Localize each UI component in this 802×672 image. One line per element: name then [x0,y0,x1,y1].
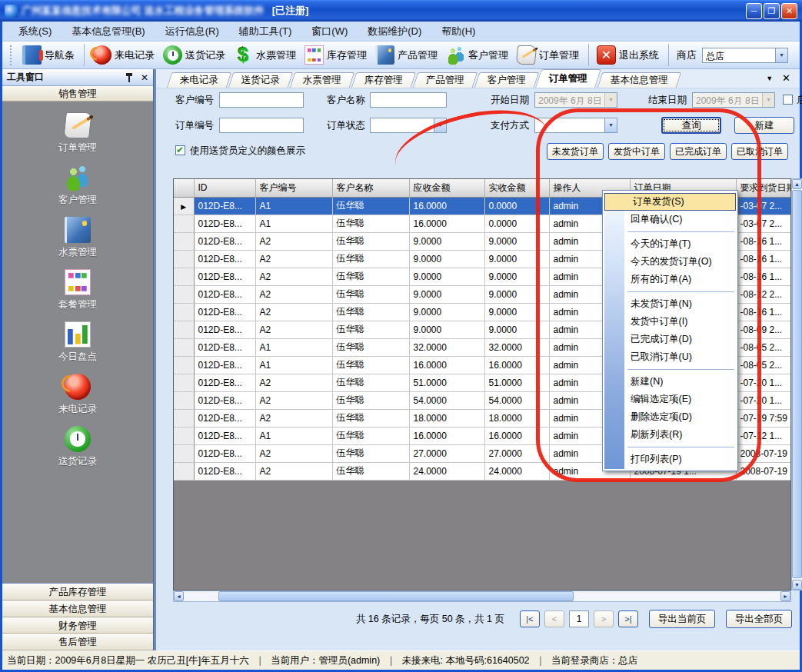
menubar-item[interactable]: 数据维护(D) [358,22,431,41]
tab[interactable]: 水票管理 [290,72,354,88]
page-number-input[interactable] [569,610,589,627]
sidebar-item[interactable]: 来电记录 [2,374,153,416]
row-selector[interactable] [174,197,194,215]
navbar-icon [22,45,42,65]
export-all-pages-button[interactable]: 导出全部页 [726,610,792,628]
row-selector[interactable] [174,374,194,391]
sidebar-item[interactable]: 套餐管理 [2,269,153,311]
menubar-item[interactable]: 辅助工具(T) [229,22,302,41]
row-selector[interactable] [174,232,194,250]
order-no-input[interactable] [219,118,304,133]
grid-column-header[interactable]: ID [194,179,255,197]
row-selector[interactable] [174,215,194,232]
toolbar-grip[interactable] [10,45,13,65]
enable-checkbox[interactable] [783,95,793,105]
sidebar-section-bar[interactable]: 售后管理 [2,634,153,650]
toolbar-button[interactable]: 导航条 [19,44,85,66]
sidebar-section-sales[interactable]: 销售管理 [2,86,153,101]
tab-label: 水票管理 [303,74,341,87]
row-selector[interactable] [174,391,194,409]
chevron-down-icon[interactable]: ▼ [762,93,774,107]
color-display-checkbox[interactable] [175,145,185,155]
sidebar-section-bar[interactable]: 财务管理 [2,617,153,634]
toolbar-button[interactable]: 来电记录 [89,44,160,66]
horizontal-scroll-thumb[interactable] [218,591,574,601]
row-selector[interactable] [174,250,194,268]
toolbar-button[interactable]: 订单管理 [514,44,589,66]
menubar-item[interactable]: 窗口(W) [301,22,358,41]
sidebar-close-icon[interactable]: ✕ [141,73,148,82]
row-selector[interactable] [174,285,194,303]
scroll-down-icon[interactable]: ▼ [792,580,802,590]
grid-icon [65,269,91,295]
horizontal-scrollbar[interactable]: ◄ ► [173,590,791,602]
row-selector[interactable] [174,338,194,356]
tab[interactable]: 来电记录 [167,72,231,88]
toolbar-button[interactable]: 产品管理 [372,44,443,66]
minimize-button[interactable]: ─ [746,3,762,19]
prev-page-button[interactable]: < [544,610,564,627]
cell-customer-name: 伍华聪 [332,391,409,409]
cell-id: 012D-E8... [194,303,255,321]
cell-id: 012D-E8... [194,444,255,462]
row-selector[interactable] [174,303,194,321]
cell-id: 012D-E8... [194,250,255,268]
sidebar-section-bar[interactable]: 产品库存管理 [2,584,153,600]
tab[interactable]: 库存管理 [351,72,416,88]
shop-combobox[interactable]: 总店 ▼ [702,48,788,63]
tab[interactable]: 客户管理 [474,72,539,88]
grid-column-header[interactable]: 客户编号 [255,179,332,197]
scroll-right-icon[interactable]: ► [780,591,790,601]
menubar-item[interactable]: 系统(S) [8,22,62,41]
last-page-button[interactable]: >| [618,610,638,627]
toolbar-button[interactable]: 水票管理 [231,44,301,66]
sidebar-item-label: 水票管理 [2,246,153,259]
chevron-down-icon[interactable]: ▼ [775,48,787,62]
toolbar-button[interactable]: 退出系统 [594,44,669,66]
sidebar-item[interactable]: 送货记录 [2,426,153,468]
toolbar-button[interactable]: 库存管理 [301,44,372,66]
status-segment: 当前日期：2009年6月8日星期一 农历己丑[牛]年五月十六 [7,654,249,667]
chevron-down-icon[interactable]: ▼ [604,93,617,107]
sidebar-item[interactable]: 今日盘点 [2,321,153,364]
sidebar-section-bar[interactable]: 基本信息管理 [2,600,153,617]
tab[interactable]: 订单管理 [535,69,601,88]
sidebar-item[interactable]: 订单管理 [2,112,153,155]
scroll-left-icon[interactable]: ◄ [174,591,184,601]
sidebar-item[interactable]: 客户管理 [2,165,153,207]
tab-list-dropdown-icon[interactable]: ▼ [766,75,773,82]
first-page-button[interactable]: |< [520,610,540,627]
row-selector[interactable] [174,444,194,462]
tab[interactable]: 产品管理 [413,72,478,88]
toolbar-button[interactable]: 送货记录 [160,44,231,66]
cell-id: 012D-E8... [194,215,255,232]
start-date-picker[interactable]: 2009年 6月 8日 ▼ [534,92,617,108]
export-current-page-button[interactable]: 导出当前页 [649,610,715,628]
row-selector[interactable] [174,356,194,374]
scroll-up-icon[interactable]: ▲ [792,179,802,189]
tab[interactable]: 送货记录 [228,72,293,88]
grid-column-header[interactable]: 客户名称 [332,179,409,197]
toolbar-button[interactable]: 客户管理 [443,44,514,66]
customer-no-input[interactable] [219,92,304,108]
close-button[interactable]: ✕ [781,3,797,19]
end-date-picker[interactable]: 2009年 6月 8日 ▼ [692,92,775,108]
menubar-item[interactable]: 基本信息管理(B) [62,22,155,41]
row-selector[interactable] [174,321,194,338]
row-selector[interactable] [174,462,194,480]
row-selector[interactable] [174,268,194,285]
row-selector[interactable] [174,409,194,427]
vertical-scroll-thumb[interactable] [792,190,802,578]
tab-close-icon[interactable]: ✕ [782,74,790,83]
vertical-scrollbar[interactable]: ▲ ▼ [791,178,802,590]
tool-window-sidebar: 工具窗口 ✕ 销售管理 订单管理 客户管理 水票管理 [2,69,154,650]
menubar-item[interactable]: 帮助(H) [431,22,485,41]
row-selector[interactable] [174,427,194,444]
maximize-button[interactable]: ❐ [764,3,780,19]
menubar-item[interactable]: 运行信息(R) [155,22,229,41]
sidebar-item[interactable]: 水票管理 [2,217,153,259]
customer-name-input[interactable] [370,92,447,108]
pin-icon[interactable] [125,73,134,82]
next-page-button[interactable]: > [594,610,614,627]
tab[interactable]: 基本信息管理 [597,72,681,88]
